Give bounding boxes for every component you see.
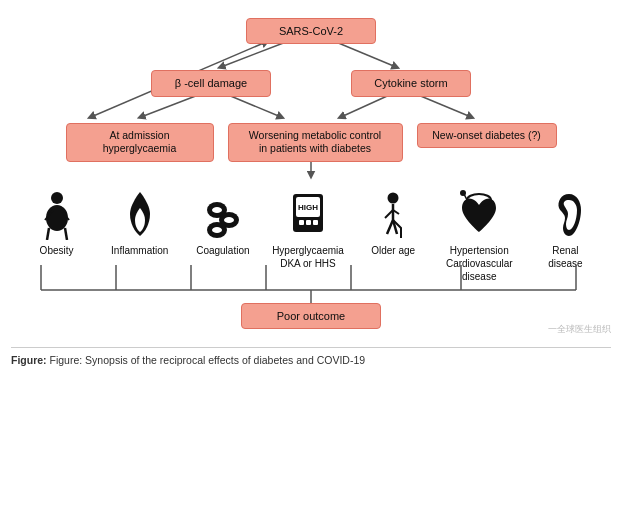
hyperglycaemia-dka-label: HyperglycaemiaDKA or HHS [272,244,344,270]
worsening-label: Worsening metabolic controlin patients w… [249,129,381,156]
icon-item-older-age: Older age [357,190,429,257]
svg-point-41 [460,190,466,196]
new-onset-label: New-onset diabetes (?) [432,129,541,143]
svg-rect-34 [313,220,318,225]
svg-text:HIGH: HIGH [298,203,318,212]
coagulation-label: Coagulation [196,244,249,257]
beta-box: β -cell damage [151,70,271,96]
hyperglycaemia-box: At admission hyperglycaemia [66,123,214,162]
svg-point-18 [46,205,68,231]
coagulation-icon [205,190,241,240]
icon-item-hyperglycaemia: HIGH HyperglycaemiaDKA or HHS [270,190,346,270]
inflammation-label: Inflammation [111,244,168,257]
renal-icon [547,190,583,240]
sars-box: SARS-CoV-2 [246,18,376,44]
poor-outcome-label: Poor outcome [277,309,345,323]
svg-rect-33 [306,220,311,225]
svg-point-28 [212,227,222,233]
icon-item-obesity: Obesity [21,190,93,257]
sars-label: SARS-CoV-2 [279,24,343,38]
svg-rect-32 [299,220,304,225]
icon-item-coagulation: Coagulation [187,190,259,257]
watermark: 一全球医生组织 [548,323,611,336]
hyperglycaemia-icon: HIGH [287,190,329,240]
inflammation-icon [122,190,158,240]
obesity-label: Obesity [40,244,74,257]
caption-bold: Figure: [11,354,47,366]
svg-point-17 [51,192,63,204]
hypertension-icon [458,190,500,240]
worsening-box: Worsening metabolic controlin patients w… [228,123,403,162]
older-age-label: Older age [371,244,415,257]
svg-point-26 [224,217,234,223]
icon-item-inflammation: Inflammation [104,190,176,257]
icon-item-hypertension: HypertensionCardiovasculardisease [440,190,518,283]
renal-label: Renaldisease [548,244,582,270]
svg-line-0 [221,42,286,67]
cytokine-label: Cytokine storm [374,76,447,90]
beta-label: β -cell damage [175,76,247,90]
poor-outcome-box: Poor outcome [241,303,381,329]
icon-item-renal: Renaldisease [529,190,601,270]
obesity-icon [39,190,75,240]
svg-line-1 [336,42,396,67]
figure-caption: Figure: Figure: Synopsis of the reciproc… [11,347,611,366]
svg-point-24 [212,207,222,213]
svg-point-35 [388,192,399,203]
hyperglycaemia-label: At admission hyperglycaemia [77,129,203,156]
svg-line-20 [65,228,67,240]
svg-line-19 [47,228,49,240]
cytokine-box: Cytokine storm [351,70,471,96]
caption-text: Figure: Synopsis of the reciprocal effec… [50,354,366,366]
new-onset-box: New-onset diabetes (?) [417,123,557,149]
older-age-icon [375,190,411,240]
hypertension-label: HypertensionCardiovasculardisease [446,244,513,283]
